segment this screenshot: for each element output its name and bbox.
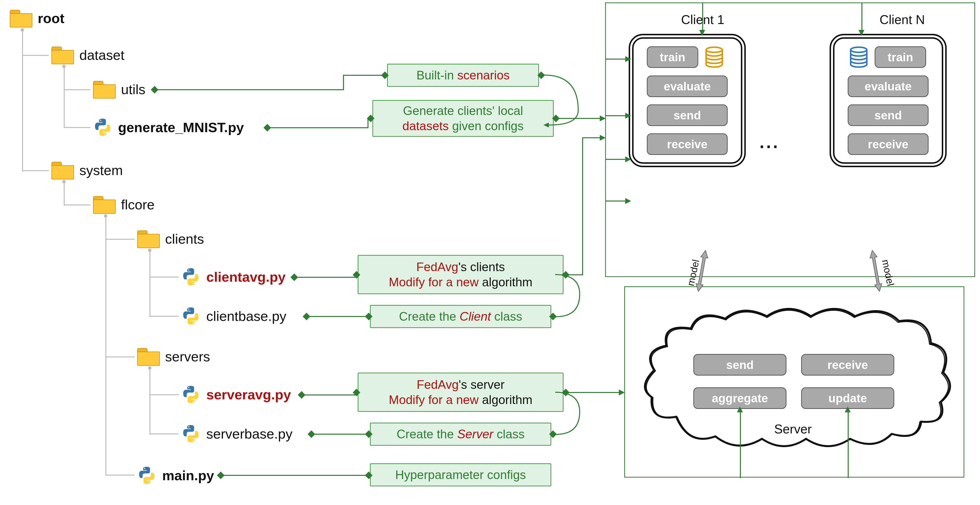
desc-serverbase: Create the Server class bbox=[370, 423, 551, 446]
tree-connector bbox=[105, 357, 135, 357]
model-arrow: model bbox=[867, 250, 885, 292]
tree-connector bbox=[22, 55, 49, 56]
label-dataset: dataset bbox=[80, 47, 124, 63]
label-clients: clients bbox=[165, 231, 204, 247]
connector-line bbox=[304, 394, 358, 395]
desc-text: Server bbox=[457, 427, 493, 441]
folder-icon bbox=[137, 348, 159, 365]
desc-text: Create the bbox=[399, 310, 460, 323]
server-label: Server bbox=[774, 422, 812, 436]
desc-text: 's clients bbox=[458, 260, 505, 274]
node-clients: clients bbox=[137, 231, 204, 247]
model-arrow: model bbox=[694, 250, 711, 292]
connector-line bbox=[296, 277, 358, 278]
desc-text: given configs bbox=[449, 119, 524, 133]
server-send-button: send bbox=[694, 354, 786, 376]
svg-point-4 bbox=[851, 47, 867, 53]
tree-connector bbox=[150, 394, 179, 395]
folder-icon bbox=[93, 81, 115, 97]
connector-line bbox=[861, 3, 862, 30]
desc-text: class bbox=[493, 427, 525, 441]
desc-text: Modify for a new bbox=[389, 393, 482, 407]
svg-marker-0 bbox=[543, 123, 549, 127]
send-button: send bbox=[647, 104, 728, 126]
tree-connector bbox=[64, 89, 91, 90]
arrow-head bbox=[625, 156, 634, 162]
tree-connector bbox=[148, 249, 151, 252]
desc-text: Hyperparameter configs bbox=[395, 467, 526, 483]
desc-text: Modify for a new bbox=[389, 275, 482, 289]
desc-serveravg: FedAvg's server Modify for a new algorit… bbox=[358, 373, 563, 412]
connector-line bbox=[309, 316, 370, 317]
client1-box: train evaluate send receive bbox=[632, 37, 742, 164]
python-icon bbox=[181, 267, 200, 286]
tree-connector bbox=[62, 180, 66, 183]
arrow-head bbox=[625, 113, 634, 119]
tree-connector bbox=[148, 366, 151, 370]
tree-connector bbox=[64, 66, 65, 127]
label-flcore: flcore bbox=[121, 197, 154, 212]
arrow-head bbox=[699, 30, 705, 36]
desc-clientbase: Create the Client class bbox=[370, 305, 551, 328]
connector-line bbox=[157, 89, 343, 90]
label-system: system bbox=[80, 162, 123, 178]
node-utils: utils bbox=[93, 81, 146, 97]
tree-connector bbox=[105, 475, 135, 476]
node-serveravg: serveravg.py bbox=[181, 385, 291, 404]
tree-connector bbox=[104, 214, 107, 218]
connector-line bbox=[606, 159, 625, 160]
python-icon bbox=[181, 424, 200, 443]
evaluate-button: evaluate bbox=[647, 75, 728, 97]
python-icon bbox=[93, 118, 112, 137]
desc-clientavg: FedAvg's clients Modify for a new algori… bbox=[358, 255, 563, 294]
node-generate-mnist: generate_MNIST.py bbox=[93, 118, 244, 137]
desc-text: Create the bbox=[397, 427, 457, 441]
label-main: main.py bbox=[162, 467, 214, 483]
desc-text: class bbox=[491, 310, 522, 323]
node-clientavg: clientavg.py bbox=[181, 267, 286, 286]
curved-connector bbox=[553, 270, 607, 323]
node-dataset: dataset bbox=[51, 46, 124, 63]
connector-line bbox=[702, 3, 703, 30]
desc-text: 's server bbox=[459, 378, 504, 392]
desc-text: scenarios bbox=[457, 69, 510, 82]
label-serveravg: serveravg.py bbox=[206, 387, 291, 403]
python-icon bbox=[181, 385, 200, 404]
node-flcore: flcore bbox=[93, 196, 154, 213]
tree-connector bbox=[64, 127, 91, 128]
node-system: system bbox=[51, 162, 123, 178]
folder-icon bbox=[93, 196, 115, 213]
tree-connector bbox=[150, 433, 179, 434]
evaluate-button: evaluate bbox=[848, 75, 929, 97]
desc-main: Hyperparameter configs bbox=[370, 463, 551, 486]
tree-connector bbox=[105, 239, 135, 240]
label-utils: utils bbox=[121, 81, 146, 97]
receive-button: receive bbox=[647, 133, 728, 155]
svg-marker-6 bbox=[869, 250, 883, 292]
label-clientavg: clientavg.py bbox=[206, 269, 286, 285]
tree-connector bbox=[64, 182, 65, 206]
desc-text: Generate clients' local bbox=[403, 103, 523, 119]
tree-connector bbox=[22, 170, 49, 171]
arrow-head bbox=[737, 406, 743, 413]
node-main: main.py bbox=[137, 466, 214, 485]
desc-text: algorithm bbox=[482, 275, 533, 289]
arrow-head bbox=[625, 198, 634, 204]
ellipsis: ... bbox=[759, 132, 780, 152]
desc-text: FedAvg bbox=[416, 260, 458, 274]
python-icon bbox=[137, 466, 156, 485]
desc-utils: Built-in scenarios bbox=[387, 64, 539, 87]
connector-line bbox=[582, 137, 583, 275]
label-clientbase: clientbase.py bbox=[206, 308, 286, 324]
node-servers: servers bbox=[137, 348, 210, 365]
curved-connector bbox=[553, 387, 607, 441]
label-serverbase: serverbase.py bbox=[206, 426, 293, 442]
tree-connector bbox=[150, 250, 150, 317]
desc-text: datasets bbox=[402, 119, 449, 133]
tree-connector bbox=[105, 216, 106, 476]
connector-line bbox=[606, 115, 625, 116]
connector-line bbox=[582, 137, 600, 138]
connector-line bbox=[343, 75, 344, 90]
clientN-box: train evaluate send receive bbox=[833, 37, 943, 164]
connector-line bbox=[568, 274, 582, 275]
